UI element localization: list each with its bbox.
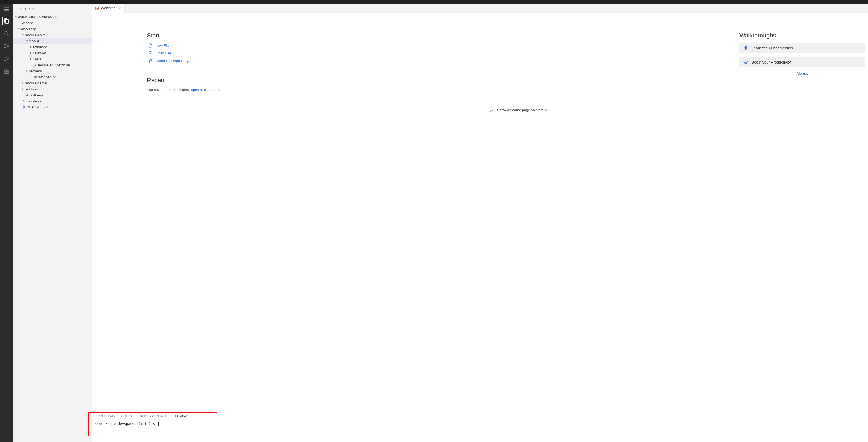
mortarboard-icon [743,60,748,65]
svg-point-7 [7,46,9,47]
tree-label: activedoc [33,45,48,49]
svg-line-4 [7,35,9,36]
explorer-title: EXPLORER [17,7,34,11]
terminal-prompt: workshop-devspaces (main) $ [99,421,157,426]
svg-point-25 [96,7,98,9]
panel-tab-problems[interactable]: PROBLEMS [98,414,115,419]
tree-file-mobile-env-patch[interactable]: $ mobile-env-patch.sh [13,62,92,68]
walkthroughs-more-link[interactable]: More... [740,71,865,75]
chevron-down-icon [21,33,25,37]
tree-label: mobile [29,39,39,43]
tree-label: devfile.yaml [27,99,45,103]
start-heading: Start [147,32,284,39]
chevron-right-icon [17,21,21,25]
tree-root[interactable]: WORKSHOP-DEVSPACES [13,14,92,20]
tree-folder-module-apim[interactable]: module-apim [13,32,92,38]
chevron-down-icon [14,15,18,19]
walkthrough-label: Learn the Fundamentals [751,46,793,50]
panel-tab-terminal[interactable]: TERMINAL [173,414,189,419]
svg-point-31 [149,59,150,60]
editor-tabs-bar: Welcome [92,4,868,13]
chevron-right-icon [25,69,29,73]
terminal[interactable]: workshop-devspaces (main) $ [92,419,868,442]
recent-text: You have no recent folders, open a folde… [147,88,284,92]
recent-suffix: to start. [212,88,224,92]
terminal-cursor [157,422,159,426]
text-file-icon [29,75,33,79]
open-file-icon [148,50,153,56]
extensions-icon[interactable] [3,67,10,75]
tree-folder-gateway[interactable]: gateway [13,50,92,56]
tree-folder-users[interactable]: users [13,56,92,62]
svg-rect-10 [4,69,6,71]
new-file-label: New File... [156,43,172,47]
tree-folder-module-cdc[interactable]: module-cdc [13,86,92,92]
tree-label: scratchpad.txt [34,75,56,79]
open-file-link[interactable]: Open File... [148,50,284,56]
browser-chrome-strip [0,0,868,4]
yaml-file-icon: ! [21,99,25,103]
clone-repo-link[interactable]: Clone Git Repository... [148,58,284,63]
startup-checkbox-row: Show welcome page on startup [169,100,868,114]
svg-point-5 [4,44,6,45]
panel-tab-output[interactable]: OUTPUT [121,414,134,419]
tab-welcome[interactable]: Welcome [92,4,125,12]
walkthrough-productivity[interactable]: Boost your Productivity [740,57,865,67]
tree-folder-vscode[interactable]: .vscode [13,20,92,26]
file-tree: WORKSHOP-DEVSPACES .vscode workshop modu… [13,14,92,442]
lightbulb-icon [743,46,748,50]
tree-file-scratchpad[interactable]: scratchpad.txt [13,74,92,80]
chevron-down-icon [17,27,21,31]
svg-point-32 [149,62,150,62]
info-file-icon [21,105,25,109]
startup-checkbox[interactable] [490,108,494,112]
tree-file-gitkeep[interactable]: .gitkeep [13,92,92,98]
tree-folder-partners[interactable]: partners [13,68,92,74]
open-folder-link[interactable]: open a folder [191,88,212,92]
open-file-label: Open File... [156,51,174,55]
tree-label: users [33,57,41,61]
source-control-icon[interactable] [3,42,10,50]
hamburger-menu-icon[interactable] [4,6,9,12]
chevron-right-icon [29,45,33,48]
tree-label: module-apim [25,33,45,37]
chevron-right-icon [29,57,33,61]
tree-file-readme[interactable]: README.md [13,104,92,110]
close-tab-icon[interactable] [117,6,122,10]
tree-label: README.md [27,105,48,109]
tree-label: gateway [33,51,46,55]
diamond-file-icon [25,94,29,96]
svg-point-6 [4,47,6,48]
startup-checkbox-label: Show welcome page on startup [497,108,547,112]
shell-file-icon: $ [33,63,37,67]
walkthroughs-heading: Walkthroughs [740,32,865,39]
svg-point-9 [4,60,5,61]
tree-label: partners [29,69,42,73]
tree-folder-module-camel[interactable]: module-camel [13,80,92,86]
main-layout: EXPLORER WORKSHOP-DEVSPACES .vscode work… [0,4,868,442]
tree-folder-workshop[interactable]: workshop [13,26,92,32]
explorer-icon[interactable] [2,17,10,25]
terminal-status-icon [95,422,98,425]
svg-marker-8 [5,57,8,61]
search-icon[interactable] [3,30,10,37]
tree-folder-mobile[interactable]: mobile [13,38,92,44]
tree-label: .gitkeep [30,93,43,97]
new-file-link[interactable]: New File... [148,43,284,48]
tree-file-devfile[interactable]: ! devfile.yaml [13,98,92,104]
tree-root-label: WORKSHOP-DEVSPACES [18,15,57,19]
tree-label: .vscode [21,21,33,25]
explorer-header: EXPLORER [13,4,92,14]
walkthrough-fundamentals[interactable]: Learn the Fundamentals [740,43,865,53]
chevron-right-icon [21,88,25,91]
run-debug-icon[interactable] [3,55,10,63]
svg-point-14 [84,9,84,9]
tree-folder-activedoc[interactable]: activedoc [13,44,92,50]
explorer-more-icon[interactable] [82,6,89,12]
welcome-page: Start New File... Open File... [92,13,868,411]
chevron-right-icon [29,52,33,55]
svg-rect-12 [6,72,8,73]
svg-rect-34 [745,49,747,50]
svg-rect-20 [26,94,28,96]
panel-tab-debug-console[interactable]: DEBUG CONSOLE [140,414,167,419]
